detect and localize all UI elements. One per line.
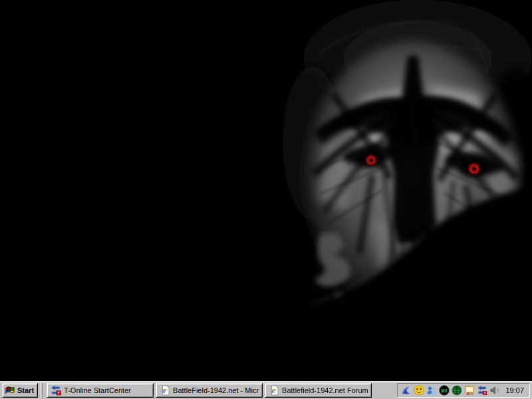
start-label: Start	[17, 386, 34, 394]
display-settings-icon[interactable]	[464, 385, 475, 396]
wallpaper-image	[0, 0, 532, 381]
taskbar-button-label: BattleField-1942.net - Micr...	[173, 386, 259, 394]
taskbar-button-label: Battlefield-1942.net Forum...	[282, 386, 368, 394]
svg-text:MX: MX	[442, 388, 448, 393]
internet-explorer-icon: e	[269, 385, 279, 396]
t-online-tray-icon[interactable]: T	[477, 385, 487, 396]
tray-clock[interactable]: 19:07	[505, 386, 524, 394]
taskbar-button-battlefield-site[interactable]: e BattleField-1942.net - Micr...	[156, 383, 263, 398]
t-online-icon: T	[51, 385, 61, 396]
volume-icon[interactable]	[489, 385, 500, 396]
start-button[interactable]: Start	[2, 383, 38, 398]
taskbar-button-tonline-startcenter[interactable]: T T-Online StartCenter	[47, 383, 154, 398]
taskbar-divider[interactable]	[41, 383, 43, 398]
system-tray: MX T 1	[397, 383, 530, 398]
taskbar: Start T T-Online StartCenter e BattleFie…	[0, 381, 532, 399]
svg-text:e: e	[272, 387, 275, 394]
windows-logo-icon	[5, 385, 15, 396]
svg-text:e: e	[163, 387, 166, 394]
face-art	[266, 0, 532, 381]
blue-app-icon[interactable]	[401, 385, 412, 396]
taskbar-button-battlefield-forum[interactable]: e Battlefield-1942.net Forum...	[265, 383, 372, 398]
smiley-messenger-icon[interactable]	[414, 385, 424, 396]
globe-network-icon[interactable]	[452, 385, 462, 396]
svg-text:T: T	[57, 391, 60, 395]
desktop: Start T T-Online StartCenter e BattleFie…	[0, 0, 532, 399]
taskbar-button-label: T-Online StartCenter	[64, 386, 131, 394]
msn-messenger-icon[interactable]	[426, 385, 437, 396]
internet-explorer-icon: e	[160, 385, 170, 396]
winmx-icon[interactable]: MX	[439, 385, 450, 396]
